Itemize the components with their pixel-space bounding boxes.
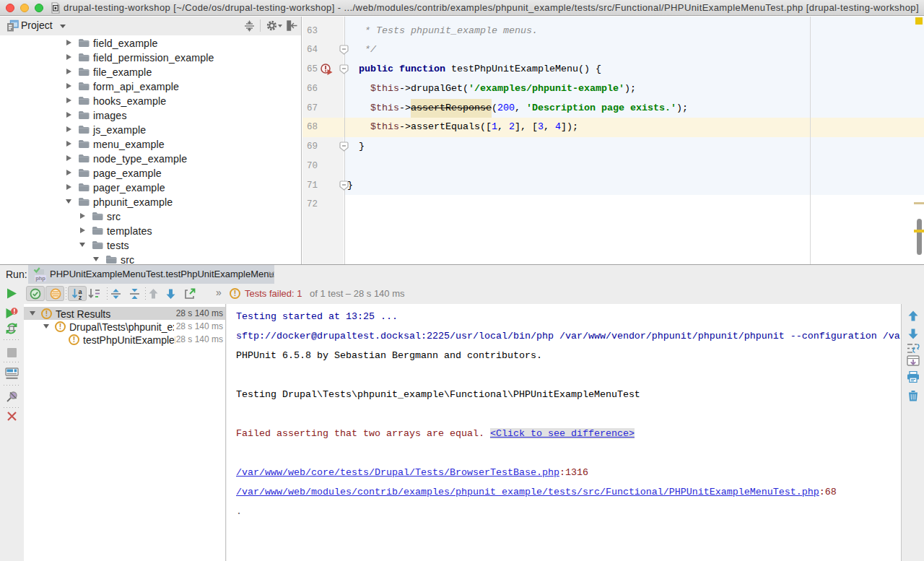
svg-text:php: php <box>35 275 45 282</box>
svg-text:z: z <box>79 294 82 300</box>
